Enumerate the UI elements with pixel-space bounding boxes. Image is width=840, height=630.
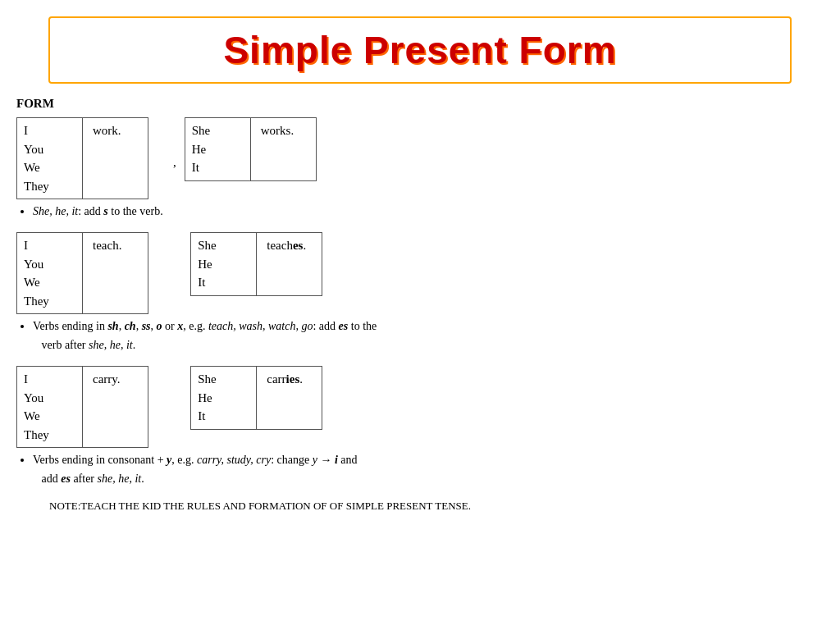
verb-cell-r1: works.	[250, 118, 316, 181]
verb-cell-r3: carries.	[257, 367, 322, 430]
tables-row-3: IYouWeThey carry. SheHeIt carries.	[16, 366, 824, 448]
title-box: Simple Present Form	[48, 16, 791, 84]
verb-cell-3: carry.	[83, 367, 148, 448]
pronouns-cell-r1: SheHeIt	[185, 118, 250, 181]
page-title: Simple Present Form	[66, 28, 773, 72]
note-text: NOTE:TEACH THE KID THE RULES AND FORMATI…	[16, 500, 824, 513]
verb-cell-2: teach.	[83, 233, 148, 314]
rule-1-pronouns: She, he, it	[33, 205, 78, 217]
rule-2-item: Verbs ending in sh, ch, ss, o or x, e.g.…	[33, 317, 824, 354]
right-table-1: SheHeIt works.	[185, 117, 317, 181]
left-table-2: IYouWeThey teach.	[16, 232, 148, 314]
verb-cell-r2: teaches.	[257, 233, 322, 296]
pronouns-cell-2: IYouWeThey	[17, 233, 83, 314]
section-2: IYouWeThey teach. SheHeIt teaches. Verbs…	[16, 232, 824, 354]
tables-row-1: IYouWeThey work. , SheHeIt works.	[16, 117, 824, 199]
pronouns-cell-r3: SheHeIt	[191, 367, 257, 430]
rule-1: She, he, it: add s to the verb.	[16, 203, 824, 221]
left-table-3: IYouWeThey carry.	[16, 366, 148, 448]
right-table-2: SheHeIt teaches.	[190, 232, 322, 296]
right-table-3: SheHeIt carries.	[190, 366, 322, 430]
left-table-1: IYouWeThey work.	[16, 117, 148, 199]
rule-3: Verbs ending in consonant + y, e.g. carr…	[16, 451, 824, 488]
rule-1-item: She, he, it: add s to the verb.	[33, 203, 824, 221]
comma-1: ,	[173, 156, 176, 170]
pronouns-cell-r2: SheHeIt	[191, 233, 257, 296]
rule-3-item: Verbs ending in consonant + y, e.g. carr…	[33, 451, 824, 488]
rule-2: Verbs ending in sh, ch, ss, o or x, e.g.…	[16, 317, 824, 354]
verb-cell-1: work.	[83, 118, 148, 199]
pronouns-cell-1: IYouWeThey	[17, 118, 83, 199]
rule-1-s: s	[103, 205, 107, 217]
comma-3	[173, 404, 182, 418]
comma-2	[173, 271, 182, 285]
section-3: IYouWeThey carry. SheHeIt carries. Verbs…	[16, 366, 824, 488]
pronouns-cell-3: IYouWeThey	[17, 367, 83, 448]
tables-row-2: IYouWeThey teach. SheHeIt teaches.	[16, 232, 824, 314]
form-label: FORM	[16, 97, 824, 111]
section-1: IYouWeThey work. , SheHeIt works. She, h…	[16, 117, 824, 221]
